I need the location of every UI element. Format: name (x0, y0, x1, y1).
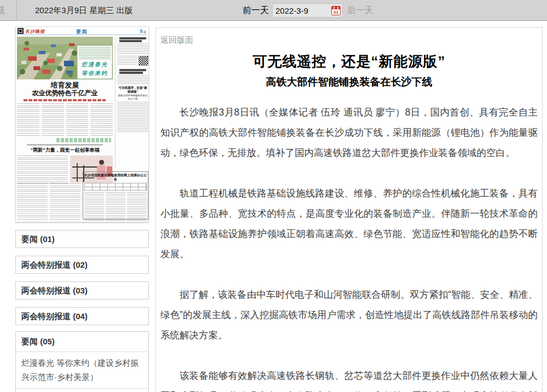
masthead-logo (18, 28, 24, 34)
sidebar-item-yaowen-05[interactable]: 要闻 (05) (16, 332, 148, 351)
notice-text-columns (84, 192, 147, 222)
sidebar-item-lianghui-02[interactable]: 两会特别报道 (02) (15, 256, 149, 274)
thumb-main-headline-1: 培育发展 (17, 81, 113, 89)
masthead-title: 长沙晚报 (25, 28, 45, 34)
next-day-button-disabled: 后一天 (347, 0, 373, 21)
thumb-article-headline: 可无线遥控，还是“新能源版” (117, 86, 148, 94)
thumb-notice-box: 长沙县国有建设用地使用权网上挂牌出让公告 (83, 171, 148, 220)
notice-table (84, 183, 147, 191)
topbar-divider (16, 0, 17, 21)
thumb-article-subheadline: 高铁大部件智能铺换装备在长沙下线 (117, 94, 148, 101)
photo-caption-title-2: 等你来约 (79, 70, 111, 77)
photo-caption-box: 烂漫春光 等你来约 (77, 45, 112, 79)
text-lines (117, 75, 148, 84)
article-paragraph: 据了解，该装备由中车时代电子和山河智能联合研制。双方紧扣“智能、安全、精准、绿色… (160, 285, 538, 345)
thumb-page-number: 5 (140, 28, 143, 34)
qr-code (139, 56, 148, 66)
headline-bar (119, 72, 143, 74)
sidebar-item-lianghui-04[interactable]: 两会特别报道 (04) (15, 307, 149, 325)
top-bar: 航 2022年3月9日 星期三 出版 前一天 2022-3-9 31 后一天 (0, 0, 547, 21)
thumb-page-info: 5 版 (140, 28, 146, 34)
sidebar-article-link[interactable]: 培育发展农业优势特色千亿产业 (16, 388, 148, 392)
sidebar-section-yaowen-05: 要闻 (05) 烂漫春光 等你来约（建设乡村振兴示范市·乡村美景） 培育发展农业… (15, 331, 149, 392)
text-lines (117, 102, 148, 132)
text-lines (17, 155, 68, 184)
calendar-icon[interactable]: 31 (331, 6, 341, 15)
thumb-mid-headline: “两新”力量，跟党一起创享幸福 (17, 147, 113, 153)
thumb-right-column: 可无线遥控，还是“新能源版” 高铁大部件智能铺换装备在长沙下线 (115, 37, 148, 168)
green-banner (56, 138, 111, 142)
article-subtitle: 高铁大部件智能铺换装备在长沙下线 (160, 75, 538, 89)
calendar-icon-day: 31 (332, 9, 340, 15)
article-paragraph: 轨道工程机械是铁路基础设施线路建设、维修、养护的综合性机械化施工装备，具有小批量… (160, 183, 538, 264)
prev-day-button[interactable]: 前一天 (243, 0, 269, 21)
publish-date-label: 2022年3月9日 星期三 出版 (35, 0, 133, 21)
newspaper-page-thumbnail[interactable]: 长沙晚报 要闻 5 版 (15, 26, 149, 222)
article-paragraph: 长沙晚报3月8日讯（全媒体记者 伍玲 通讯员 廖宁）8日，国内首创、具有完全自主… (160, 102, 538, 163)
article-paragraph: 该装备能够有效解决高速铁路长钢轨、岔芯等道岔大部件更换作业中仍然依赖大量人工和小… (160, 366, 538, 392)
thumb-main-headline-2: 农业优势特色千亿产业 (17, 89, 113, 97)
article-title: 可无线遥控，还是“新能源版” (160, 52, 538, 71)
body-text-columns (17, 103, 113, 136)
thumb-masthead-row: 长沙晚报 要闻 5 版 (17, 28, 147, 35)
sidebar-article-link[interactable]: 烂漫春光 等你来约（建设乡村振兴示范市·乡村美景） (16, 351, 148, 388)
red-subheadline-line (24, 99, 106, 101)
sidebar: 长沙晚报 要闻 5 版 (15, 26, 149, 392)
aerial-village-photo: 烂漫春光 等你来约 (17, 37, 113, 79)
kicker-bar (27, 144, 103, 146)
text-lines (117, 43, 148, 54)
thumb-section-name: 要闻 (76, 28, 88, 36)
back-to-page-link[interactable]: 返回版面 (160, 35, 193, 45)
article-panel: 返回版面 可无线遥控，还是“新能源版” 高铁大部件智能铺换装备在长沙下线 长沙晚… (156, 27, 543, 392)
nav-partial-text[interactable]: 航 (0, 0, 8, 21)
sidebar-item-yaowen-01[interactable]: 要闻 (01) (15, 230, 149, 248)
date-input[interactable]: 2022-3-9 (273, 6, 331, 15)
caption-text-lines (79, 47, 111, 59)
article-body: 长沙晚报3月8日讯（全媒体记者 伍玲 通讯员 廖宁）8日，国内首创、具有完全自主… (160, 102, 538, 392)
bottom-text-columns (17, 183, 80, 220)
date-picker[interactable]: 2022-3-9 31 (272, 3, 343, 18)
text-lines (117, 56, 137, 66)
headline-bar (119, 40, 142, 42)
thumb-page-label: 版 (143, 30, 146, 33)
headline-bar (119, 69, 146, 71)
photo-caption-title-1: 烂漫春光 (79, 61, 111, 68)
headline-bar (119, 37, 146, 39)
sidebar-item-lianghui-03[interactable]: 两会特别报道 (03) (15, 281, 149, 299)
notice-headline: 长沙县国有建设用地使用权网上挂牌出让公告 (84, 173, 147, 182)
